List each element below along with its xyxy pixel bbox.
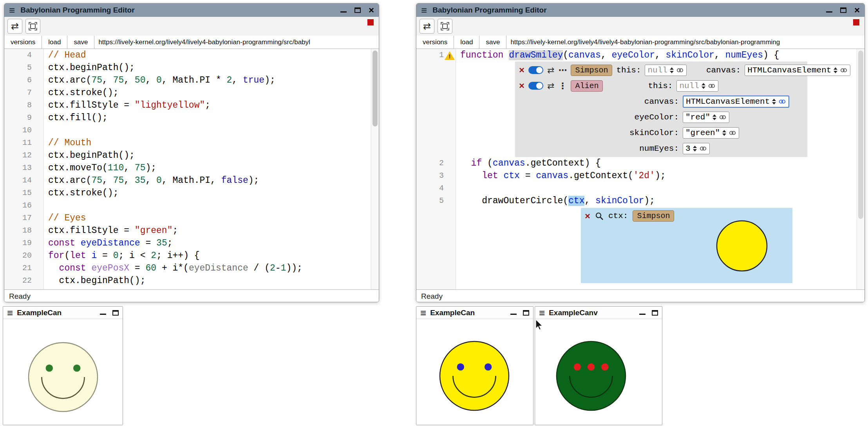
link-icon[interactable] bbox=[699, 146, 707, 152]
delete-example-icon[interactable]: × bbox=[519, 81, 524, 90]
param-value-widget[interactable]: "red" bbox=[683, 112, 729, 123]
more-options-vertical-icon[interactable]: ⋮ bbox=[558, 81, 567, 91]
tab-load[interactable]: load bbox=[454, 36, 479, 49]
menu-icon[interactable]: ≡ bbox=[9, 4, 15, 17]
code-line[interactable]: 1!function drawSmiley(canvas, eyeColor, … bbox=[416, 49, 864, 61]
link-icon[interactable] bbox=[708, 83, 716, 89]
titlebar[interactable]: ≡ ExampleCanv bbox=[535, 307, 662, 319]
close-icon[interactable]: × bbox=[369, 5, 374, 15]
code-line[interactable]: 16 bbox=[4, 199, 379, 212]
maximize-icon[interactable] bbox=[523, 310, 529, 316]
swap-button[interactable]: ⇄ bbox=[420, 19, 434, 34]
code-line[interactable]: 17// Eyes bbox=[4, 212, 379, 224]
code-line[interactable]: 10 bbox=[4, 124, 379, 137]
code-line[interactable]: 12ctx.beginPath(); bbox=[4, 149, 379, 162]
code-line[interactable]: 15ctx.stroke(); bbox=[4, 187, 379, 199]
menu-icon[interactable]: ≡ bbox=[421, 4, 427, 17]
swap-button[interactable]: ⇄ bbox=[7, 19, 22, 34]
code-line[interactable]: 14ctx.arc(75, 75, 35, 0, Math.PI, false)… bbox=[4, 174, 379, 187]
code-line[interactable]: 13ctx.moveTo(110, 75); bbox=[4, 162, 379, 174]
titlebar[interactable]: ≡ Babylonian Programming Editor × bbox=[4, 4, 379, 17]
more-options-icon[interactable]: ⋯ bbox=[558, 65, 567, 75]
minimize-icon[interactable] bbox=[100, 314, 106, 315]
minimize-icon[interactable] bbox=[340, 11, 347, 13]
maximize-icon[interactable] bbox=[840, 7, 846, 13]
code-line[interactable]: 2 if (canvas.getContext) { bbox=[416, 157, 864, 170]
stepper-icon[interactable] bbox=[712, 114, 716, 120]
minimize-icon[interactable] bbox=[639, 314, 646, 315]
code-line[interactable]: 18ctx.fillStyle = "green"; bbox=[4, 224, 379, 237]
stepper-icon[interactable] bbox=[834, 67, 837, 73]
swap-icon[interactable]: ⇄ bbox=[547, 65, 554, 75]
code-line[interactable]: 6ctx.arc(75, 75, 50, 0, Math.PI * 2, tru… bbox=[4, 74, 379, 87]
param-value-widget-this[interactable]: null bbox=[676, 80, 718, 92]
code-line[interactable]: 20for(let i = 0; i < 2; i++) { bbox=[4, 249, 379, 262]
stepper-icon[interactable] bbox=[722, 130, 726, 136]
param-value-widget-this[interactable]: null bbox=[645, 65, 686, 76]
param-value[interactable]: null bbox=[647, 66, 667, 75]
example-toggle[interactable] bbox=[528, 82, 543, 90]
code-line[interactable]: 8ctx.fillStyle = "lightyellow"; bbox=[4, 99, 379, 112]
link-icon[interactable] bbox=[840, 67, 848, 73]
param-value[interactable]: null bbox=[679, 81, 699, 90]
stepper-icon[interactable] bbox=[693, 146, 697, 152]
frame-button[interactable] bbox=[438, 19, 452, 34]
code-line[interactable]: 21 const eyePosX = 60 + i*(eyeDistance /… bbox=[4, 262, 379, 274]
maximize-icon[interactable] bbox=[652, 310, 658, 316]
tab-versions[interactable]: versions bbox=[416, 36, 454, 49]
maximize-icon[interactable] bbox=[354, 7, 361, 13]
code-line[interactable]: 5ctx.beginPath(); bbox=[4, 61, 379, 74]
code-editor[interactable]: 1!function drawSmiley(canvas, eyeColor, … bbox=[416, 49, 864, 289]
link-icon[interactable] bbox=[778, 99, 786, 105]
menu-icon[interactable]: ≡ bbox=[7, 306, 13, 320]
code-line[interactable]: 7ctx.stroke(); bbox=[4, 87, 379, 99]
tab-versions[interactable]: versions bbox=[4, 36, 42, 49]
stepper-icon[interactable] bbox=[772, 99, 776, 105]
code-line[interactable]: 4// Head bbox=[4, 49, 379, 61]
frame-button[interactable] bbox=[25, 19, 40, 34]
tab-save[interactable]: save bbox=[479, 36, 506, 49]
titlebar[interactable]: ≡ Babylonian Programming Editor × bbox=[416, 4, 864, 17]
titlebar[interactable]: ≡ ExampleCan bbox=[416, 307, 533, 319]
delete-example-icon[interactable]: × bbox=[519, 65, 524, 75]
stepper-icon[interactable] bbox=[702, 83, 705, 89]
param-value[interactable]: "red" bbox=[685, 113, 710, 122]
code-editor[interactable]: 4// Head5ctx.beginPath();6ctx.arc(75, 75… bbox=[4, 49, 379, 289]
param-value[interactable]: "green" bbox=[685, 128, 720, 137]
link-icon[interactable] bbox=[676, 67, 684, 73]
example-badge-simpson[interactable]: Simpson bbox=[571, 65, 612, 76]
code-line[interactable]: 5 drawOuterCircle(ctx, skinColor); bbox=[416, 195, 864, 207]
minimize-icon[interactable] bbox=[826, 11, 832, 13]
code-line[interactable]: 19const eyeDistance = 35; bbox=[4, 237, 379, 249]
close-icon[interactable]: × bbox=[854, 5, 860, 15]
smiley-canvas[interactable] bbox=[3, 319, 123, 425]
probe-example-badge[interactable]: Simpson bbox=[633, 210, 674, 222]
menu-icon[interactable]: ≡ bbox=[420, 306, 426, 320]
url-field[interactable]: https://lively-kernel.org/lively4/lively… bbox=[506, 36, 864, 49]
code-line[interactable]: 4 bbox=[416, 182, 864, 195]
warning-icon[interactable]: ! bbox=[445, 51, 455, 60]
minimize-icon[interactable] bbox=[510, 314, 517, 315]
stepper-icon[interactable] bbox=[670, 67, 674, 73]
delete-probe-icon[interactable]: × bbox=[585, 211, 590, 221]
maximize-icon[interactable] bbox=[112, 310, 119, 316]
link-icon[interactable] bbox=[729, 130, 736, 136]
param-value[interactable]: 3 bbox=[685, 144, 691, 153]
link-icon[interactable] bbox=[719, 114, 727, 120]
magnifier-icon[interactable] bbox=[595, 212, 604, 220]
menu-icon[interactable]: ≡ bbox=[539, 306, 545, 320]
url-field[interactable]: https://lively-kernel.org/lively4/lively… bbox=[94, 36, 379, 49]
titlebar[interactable]: ≡ ExampleCan bbox=[3, 307, 123, 319]
example-toggle[interactable] bbox=[528, 66, 543, 74]
code-line[interactable]: 3 let ctx = canvas.getContext('2d'); bbox=[416, 170, 864, 182]
param-value-widget[interactable]: HTMLCanvasElement bbox=[683, 96, 789, 108]
param-value[interactable]: HTMLCanvasElement bbox=[686, 97, 770, 106]
tab-load[interactable]: load bbox=[42, 36, 67, 49]
tab-save[interactable]: save bbox=[67, 36, 94, 49]
param-value-widget[interactable]: "green" bbox=[683, 127, 739, 139]
code-line[interactable]: 22 ctx.beginPath(); bbox=[4, 274, 379, 287]
param-value[interactable]: HTMLCanvasElement bbox=[747, 66, 831, 75]
param-value-widget[interactable]: 3 bbox=[683, 143, 710, 154]
code-line[interactable]: 11// Mouth bbox=[4, 137, 379, 149]
smiley-canvas[interactable] bbox=[416, 319, 533, 425]
